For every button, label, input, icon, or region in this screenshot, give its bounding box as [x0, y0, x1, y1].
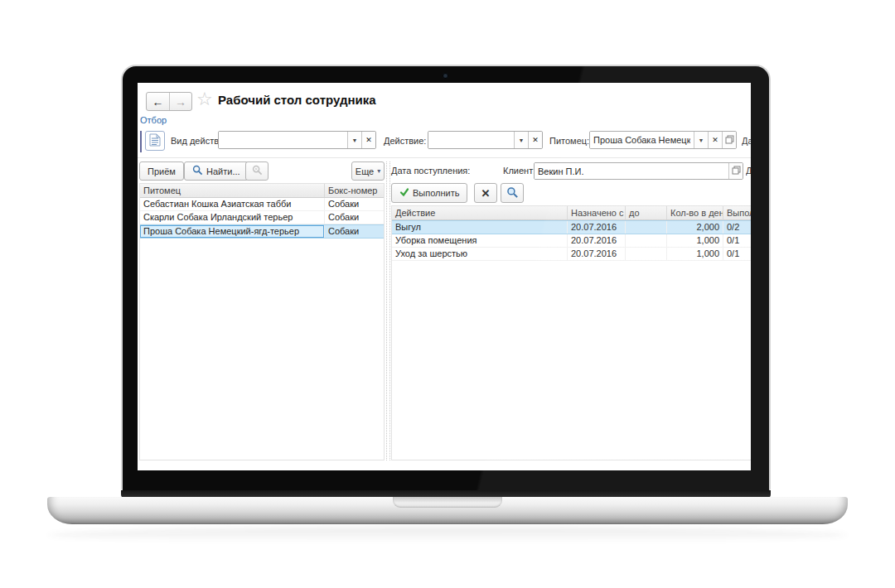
pet-cell: Себастиан Кошка Азиатская табби — [140, 198, 325, 210]
column-header-action[interactable]: Действие — [392, 206, 568, 219]
filter-link[interactable]: Отбор — [140, 115, 167, 125]
filter-separator — [138, 157, 751, 158]
more-button[interactable]: Еще ▾ — [351, 161, 385, 181]
column-header-pet[interactable]: Питомец — [140, 184, 325, 197]
action-kind-input[interactable] — [219, 132, 347, 148]
done-cell: 0/2 — [723, 221, 751, 234]
action-cell: Выгул — [392, 221, 568, 234]
per-day-cell: 2,000 — [667, 221, 723, 234]
find-button-label: Найти... — [206, 166, 240, 176]
laptop-screen-bezel: ← → ☆ Рабочий стол сотрудника Отбор — [121, 65, 771, 490]
chevron-down-icon: ▾ — [377, 167, 380, 175]
assigned-from-cell: 20.07.2016 — [568, 221, 626, 234]
assigned-from-cell: 20.07.2016 — [568, 234, 626, 247]
cancel-icon: ✕ — [481, 187, 491, 200]
table-row[interactable]: Уход за шерстью 20.07.2016 1,000 0/1 — [392, 248, 751, 261]
pet-clear-button[interactable]: ✕ — [708, 132, 722, 148]
pet-dropdown-button[interactable]: ▼ — [694, 132, 708, 148]
pets-table-header: Питомец Бокс-номер — [140, 184, 384, 198]
action-dropdown-button[interactable]: ▼ — [514, 132, 528, 148]
clear-search-button[interactable] — [245, 161, 268, 181]
column-header-assigned-to[interactable]: до — [626, 206, 667, 219]
action-label: Действие: — [384, 136, 426, 146]
assigned-to-cell — [626, 234, 667, 247]
client-choose-button[interactable] — [728, 163, 743, 179]
client-label: Клиент: — [503, 166, 535, 176]
chevron-down-icon: ▼ — [519, 137, 525, 143]
action-kind-dropdown-button[interactable]: ▼ — [347, 132, 361, 148]
back-button[interactable]: ← — [147, 93, 169, 110]
arrival-date-label: Дата поступления: — [391, 166, 470, 176]
execute-button-label: Выполнить — [413, 188, 459, 198]
pets-table: Питомец Бокс-номер Себастиан Кошка Азиат… — [139, 183, 385, 460]
actions-table: Действие Назначено с до Кол-во в день Вы… — [391, 205, 751, 460]
action-kind-clear-button[interactable]: ✕ — [361, 132, 375, 148]
column-header-assigned-from[interactable]: Назначено с — [568, 206, 626, 219]
table-row-selected[interactable]: Выгул 20.07.2016 2,000 0/2 — [392, 220, 751, 234]
pane-splitter[interactable] — [386, 161, 390, 460]
done-cell: 0/1 — [723, 248, 751, 260]
app-window: ← → ☆ Рабочий стол сотрудника Отбор — [138, 83, 751, 470]
per-day-cell: 1,000 — [667, 234, 723, 247]
clear-icon: ✕ — [712, 136, 718, 144]
check-icon — [399, 187, 409, 199]
find-button[interactable]: Найти... — [184, 161, 249, 181]
per-day-cell: 1,000 — [667, 248, 723, 260]
assigned-to-cell — [626, 248, 667, 260]
search-icon — [192, 165, 203, 177]
table-row-selected[interactable]: Проша Собака Немецкий-ягд-терьер Собаки — [140, 224, 384, 239]
action-cell: Уборка помещения — [392, 234, 568, 247]
pet-label: Питомец: — [549, 136, 589, 146]
chevron-down-icon: ▼ — [699, 137, 704, 143]
table-row[interactable]: Скарли Собака Ирландский терьер Собаки — [140, 211, 384, 224]
more-button-label: Еще — [356, 166, 374, 176]
choose-icon — [732, 166, 741, 176]
action-input[interactable] — [428, 132, 514, 148]
client-input[interactable] — [535, 163, 728, 179]
pet-input[interactable] — [590, 132, 694, 148]
action-combo: ▼ ✕ — [428, 131, 543, 149]
done-cell: 0/1 — [723, 234, 751, 247]
clear-icon: ✕ — [532, 136, 539, 144]
webcam — [443, 73, 448, 79]
priem-button[interactable]: Приём — [139, 161, 184, 181]
clear-icon: ✕ — [365, 136, 372, 144]
filter-settings-button[interactable] — [145, 131, 165, 151]
actions-table-header: Действие Назначено с до Кол-во в день Вы… — [392, 206, 751, 220]
column-header-box[interactable]: Бокс-номер — [325, 184, 384, 197]
action-cell: Уход за шерстью — [392, 248, 568, 260]
choose-icon — [725, 135, 734, 146]
cancel-button[interactable]: ✕ — [474, 183, 497, 203]
table-row[interactable]: Уборка помещения 20.07.2016 1,000 0/1 — [392, 234, 751, 248]
laptop-base-notch — [393, 497, 502, 508]
box-cell: Собаки — [325, 198, 384, 210]
filter-accent-bar — [140, 131, 142, 152]
table-row[interactable]: Себастиан Кошка Азиатская табби Собаки — [140, 198, 384, 211]
box-cell: Собаки — [325, 225, 384, 238]
pet-cell-focused: Проша Собака Немецкий-ягд-терьер — [140, 225, 325, 238]
filter-trailing-label-clipped: Дата — [742, 136, 751, 146]
page: ← → ☆ Рабочий стол сотрудника Отбор — [0, 0, 895, 588]
action-kind-combo: ▼ ✕ — [218, 131, 376, 149]
favorite-star-icon[interactable]: ☆ — [196, 90, 213, 108]
forward-button[interactable]: → — [169, 93, 191, 110]
assigned-to-cell — [626, 221, 667, 234]
laptop-base — [47, 497, 848, 524]
assigned-from-cell: 20.07.2016 — [568, 248, 626, 260]
nav-button-group: ← → — [146, 92, 192, 111]
search-magnifier-button[interactable] — [501, 183, 524, 203]
forward-arrow-icon: → — [175, 95, 186, 108]
execute-button[interactable]: Выполнить — [391, 183, 467, 203]
laptop-reflection — [47, 527, 848, 543]
pet-combo: ▼ ✕ — [589, 131, 737, 149]
page-title: Рабочий стол сотрудника — [218, 93, 376, 107]
pet-choose-button[interactable] — [722, 132, 736, 148]
priem-button-label: Приём — [148, 166, 176, 176]
column-header-done[interactable]: Выполнено — [723, 206, 751, 219]
document-icon — [149, 133, 161, 148]
pet-cell: Скарли Собака Ирландский терьер — [140, 211, 325, 224]
client-field — [534, 162, 743, 180]
column-header-per-day[interactable]: Кол-во в день — [667, 206, 723, 219]
action-clear-button[interactable]: ✕ — [528, 132, 542, 148]
box-cell: Собаки — [325, 211, 384, 224]
